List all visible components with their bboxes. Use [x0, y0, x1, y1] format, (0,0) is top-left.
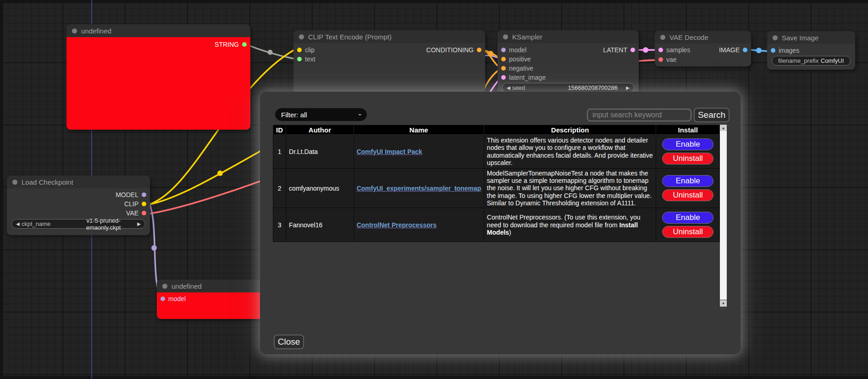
input-slot-vae[interactable]: vae — [658, 55, 677, 64]
node-title: CLIP Text Encode (Prompt) — [308, 33, 392, 41]
node-save-image[interactable]: Save Image images filename_prefix ComfyU… — [767, 31, 855, 70]
input-slot-positive[interactable]: positive — [501, 55, 531, 64]
ckpt-name-widget[interactable]: ◀ ckpt_name v1-5-pruned-emaonly.ckpt ▶ — [11, 219, 145, 229]
output-slot-vae[interactable]: VAE — [126, 209, 146, 218]
node-error-body: STRING — [66, 37, 250, 130]
image-output-dot[interactable] — [743, 48, 747, 52]
node-title-bar[interactable]: VAE Decode — [655, 31, 751, 44]
decrement-arrow-icon[interactable]: ◀ — [507, 85, 510, 90]
samples-input-dot[interactable] — [658, 48, 663, 52]
extension-link[interactable]: ComfyUI_experiments/sampler_tonemap — [357, 185, 481, 192]
input-slot-latent-image[interactable]: latent_image — [501, 73, 546, 82]
table-row: 1Dr.Lt.DataComfyUI Impact PackThis exten… — [273, 135, 720, 169]
enable-button[interactable]: Enable — [662, 175, 713, 187]
input-slot-model[interactable]: model — [160, 294, 186, 303]
output-slot-string[interactable]: STRING — [215, 40, 247, 49]
extension-link[interactable]: ComfyUI Impact Pack — [357, 148, 422, 155]
output-slot-model[interactable]: MODEL — [116, 190, 146, 199]
table-row: 3Fannovel16ControlNet PreprocessorsContr… — [273, 208, 720, 242]
node-title-bar[interactable]: Load Checkpoint — [7, 176, 150, 188]
uninstall-button[interactable]: Uninstall — [662, 153, 713, 165]
output-slot-image[interactable]: IMAGE — [719, 45, 747, 55]
node-status-dot — [660, 35, 665, 40]
output-slot-latent[interactable]: LATENT — [603, 45, 635, 55]
table-row: 2comfyanonymousComfyUI_experiments/sampl… — [273, 169, 720, 208]
node-status-dot — [773, 35, 778, 40]
reroute-dot-string[interactable] — [268, 50, 273, 55]
input-slot-negative[interactable]: negative — [501, 64, 533, 73]
node-title: undefined — [171, 282, 202, 290]
input-slot-model[interactable]: model — [501, 45, 526, 55]
extension-name: ControlNet Preprocessors — [354, 208, 484, 242]
text-input-dot[interactable] — [297, 57, 302, 61]
node-undefined-top[interactable]: undefined STRING — [66, 24, 250, 130]
output-slot-conditioning[interactable]: CONDITIONING — [426, 45, 481, 55]
search-input[interactable] — [587, 109, 691, 121]
images-input-dot[interactable] — [771, 48, 775, 53]
seed-widget[interactable]: ◀ seed 156680208700286 ▶ — [502, 83, 634, 93]
node-status-dot — [72, 28, 77, 33]
node-title-bar[interactable]: undefined — [157, 280, 267, 292]
node-title-bar[interactable]: CLIP Text Encode (Prompt) — [293, 30, 485, 43]
model-input-dot[interactable] — [160, 297, 165, 301]
extension-install-cell: EnableUninstall — [656, 135, 720, 169]
extension-link[interactable]: ControlNet Preprocessors — [357, 221, 437, 229]
extension-author: Dr.Lt.Data — [286, 135, 354, 169]
node-body: MODEL CLIP VAE ◀ ckpt_name v1-5-pruned-e… — [7, 188, 150, 235]
string-output-dot[interactable] — [242, 42, 247, 47]
node-title: Load Checkpoint — [22, 178, 73, 186]
uninstall-button[interactable]: Uninstall — [662, 189, 713, 201]
latent-output-dot[interactable] — [630, 48, 635, 52]
search-button[interactable]: Search — [694, 108, 730, 122]
node-title-bar[interactable]: KSampler — [498, 30, 639, 43]
extension-install-cell: EnableUninstall — [656, 169, 720, 208]
extension-install-cell: EnableUninstall — [656, 208, 720, 242]
node-title: KSampler — [512, 33, 542, 41]
node-status-dot — [12, 180, 17, 185]
scrollbar-up-arrow-icon[interactable]: ▲ — [720, 125, 727, 131]
extension-description: ModelSamplerTonemapNoiseTest a node that… — [484, 169, 656, 208]
scrollbar-thumb[interactable] — [720, 131, 727, 300]
model-input-dot[interactable] — [501, 48, 506, 52]
node-error-body: model — [157, 292, 267, 319]
node-vae-decode[interactable]: VAE Decode samples vae IMAGE — [655, 31, 751, 66]
decrement-arrow-icon[interactable]: ◀ — [16, 221, 20, 226]
negative-input-dot[interactable] — [501, 66, 506, 71]
node-title-bar[interactable]: Save Image — [767, 31, 855, 44]
increment-arrow-icon[interactable]: ▶ — [137, 221, 141, 226]
close-button[interactable]: Close — [274, 335, 304, 349]
enable-button[interactable]: Enable — [662, 212, 713, 224]
clip-output-dot[interactable] — [142, 202, 146, 206]
node-title: undefined — [81, 27, 111, 35]
filename-prefix-widget[interactable]: filename_prefix ComfyUI — [772, 56, 851, 66]
increment-arrow-icon[interactable]: ▶ — [626, 85, 630, 90]
input-slot-text[interactable]: text — [297, 55, 315, 64]
node-load-checkpoint[interactable]: Load Checkpoint MODEL CLIP VAE ◀ ckpt_na… — [7, 176, 150, 235]
scrollbar-down-arrow-icon[interactable]: ▼ — [720, 300, 727, 307]
uninstall-button[interactable]: Uninstall — [662, 226, 713, 238]
model-output-dot[interactable] — [142, 192, 146, 197]
node-title: Save Image — [782, 34, 818, 42]
reroute-dot-conditioning[interactable] — [488, 51, 493, 56]
conditioning-output-dot[interactable] — [477, 48, 481, 52]
vae-output-dot[interactable] — [142, 211, 146, 215]
latent-image-input-dot[interactable] — [501, 75, 506, 80]
reroute-dot-image[interactable] — [756, 48, 762, 53]
filter-select[interactable]: Filter: all — [275, 108, 367, 121]
reroute-dot-model[interactable] — [151, 245, 157, 251]
output-slot-clip[interactable]: CLIP — [124, 199, 146, 209]
table-scrollbar[interactable]: ▲ ▼ — [720, 125, 727, 310]
node-status-dot — [503, 34, 508, 39]
input-slot-clip[interactable]: clip — [297, 45, 315, 55]
input-slot-images[interactable]: images — [771, 46, 799, 55]
enable-button[interactable]: Enable — [662, 138, 713, 150]
clip-input-dot[interactable] — [297, 48, 302, 52]
node-title-bar[interactable]: undefined — [66, 24, 250, 37]
node-undefined-bottom[interactable]: undefined model — [157, 280, 267, 319]
input-slot-samples[interactable]: samples — [658, 45, 690, 55]
vae-input-dot[interactable] — [658, 57, 663, 62]
positive-input-dot[interactable] — [501, 57, 506, 61]
reroute-dot-latent[interactable] — [643, 47, 648, 53]
reroute-dot-clip[interactable] — [217, 170, 223, 176]
extension-id: 3 — [273, 208, 286, 242]
